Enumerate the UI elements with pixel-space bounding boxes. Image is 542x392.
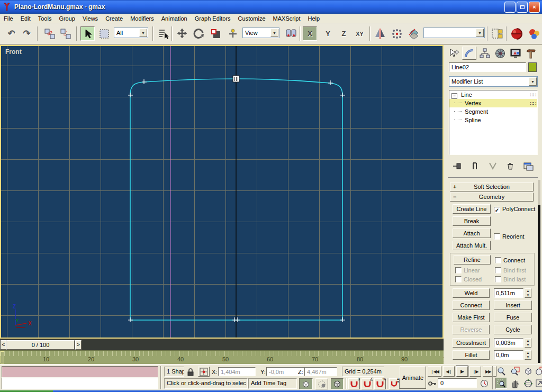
snap-25d-icon[interactable] (315, 378, 328, 389)
restrict-xy-plane-button[interactable]: XY (353, 26, 367, 41)
configure-modifier-sets-icon[interactable] (523, 161, 534, 171)
tab-display[interactable] (508, 47, 522, 60)
insert-button[interactable]: Insert (494, 300, 532, 310)
time-slider[interactable]: 0 / 100 (6, 340, 75, 350)
rollout-geometry[interactable]: −Geometry (450, 193, 534, 202)
named-selection-sets-dropdown[interactable]: ▼ (423, 28, 485, 38)
menu-maxscript[interactable]: MAXScript (269, 14, 304, 23)
show-end-result-icon[interactable] (471, 161, 480, 171)
tab-create[interactable] (447, 47, 461, 60)
select-and-rotate-icon[interactable] (192, 26, 206, 41)
zoom-icon[interactable] (495, 366, 507, 377)
break-button[interactable]: Break (453, 216, 491, 226)
track-bar[interactable]: 10 20 30 40 50 60 70 80 90 100 (0, 350, 444, 364)
weld-spinner[interactable]: ▲▼ (525, 288, 531, 298)
menu-views[interactable]: Views (79, 14, 102, 23)
selection-lock-icon[interactable] (187, 368, 194, 376)
object-name-field[interactable]: Line02 (449, 62, 526, 72)
region-zoom-icon[interactable] (495, 378, 507, 389)
menu-file[interactable]: File (0, 14, 17, 23)
add-time-tag[interactable]: Add Time Tag (248, 378, 297, 389)
select-and-link-icon[interactable] (42, 26, 57, 41)
restrict-x-button[interactable]: X (303, 26, 317, 41)
viewport-label[interactable]: Front (5, 48, 22, 56)
restrict-y-button[interactable]: Y (321, 26, 335, 41)
restore-button[interactable] (517, 2, 528, 13)
stack-item-vertex[interactable]: Vertex ∷∷ (449, 99, 537, 107)
play-icon[interactable]: ▶ (456, 366, 468, 377)
fillet-button[interactable]: Fillet (453, 350, 490, 360)
fuse-button[interactable]: Fuse (494, 313, 532, 322)
menu-customize[interactable]: Customize (234, 14, 269, 23)
chevron-down-icon[interactable]: ▼ (139, 29, 147, 37)
fillet-spinner[interactable]: ▲▼ (525, 350, 531, 360)
snaps-toggle-icon[interactable]: 3 (348, 378, 360, 389)
maxscript-listener-pink[interactable] (2, 366, 158, 378)
rollout-soft-selection[interactable]: +Soft Selection (450, 183, 534, 192)
z-coordinate-field[interactable]: 4,467m (304, 367, 337, 376)
crossinsert-field[interactable]: 0,003m (494, 338, 523, 348)
mirror-icon[interactable] (373, 26, 387, 41)
weld-button[interactable]: Weld (453, 288, 490, 298)
minimize-button[interactable]: _ (504, 2, 516, 13)
select-and-manipulate-icon[interactable] (225, 26, 240, 41)
tab-modify[interactable] (462, 47, 476, 60)
use-pivot-point-center-icon[interactable] (284, 26, 298, 41)
select-and-move-icon[interactable] (175, 26, 189, 41)
reorient-checkbox[interactable]: Reorient (494, 233, 525, 240)
x-coordinate-field[interactable]: 1,404m (218, 367, 256, 376)
remove-modifier-icon[interactable] (505, 161, 515, 171)
connect-button[interactable]: Connect (453, 300, 490, 310)
cycle-button[interactable]: Cycle (494, 325, 532, 334)
menu-tools[interactable]: Tools (34, 14, 56, 23)
selection-filter-dropdown[interactable]: All ▼ (114, 28, 148, 38)
vertex-markers[interactable] (128, 79, 345, 322)
spinner-snap-icon[interactable]: ▲▼ (389, 378, 400, 389)
create-line-button[interactable]: Create Line (453, 204, 491, 214)
undo-icon[interactable]: ↶ (4, 26, 19, 41)
min-max-toggle-icon[interactable] (535, 378, 542, 389)
crossinsert-button[interactable]: CrossInsert (453, 338, 490, 348)
object-color-swatch[interactable] (528, 62, 537, 72)
select-object-icon[interactable] (80, 26, 95, 41)
arc-rotate-icon[interactable] (522, 378, 534, 389)
collapse-icon[interactable]: − (451, 93, 457, 99)
chevron-down-icon[interactable]: ▼ (270, 29, 278, 37)
tab-utilities[interactable] (523, 47, 538, 60)
select-and-scale-icon[interactable] (209, 26, 223, 41)
go-to-start-icon[interactable]: ❘◀◀ (428, 366, 441, 377)
refine-button[interactable]: Refine (454, 255, 491, 265)
select-by-name-icon[interactable] (156, 26, 170, 41)
menu-create[interactable]: Create (102, 14, 127, 23)
chevron-down-icon[interactable]: ▼ (529, 77, 537, 86)
restrict-z-button[interactable]: Z (337, 26, 351, 41)
menu-help[interactable]: Help (304, 14, 324, 23)
connect-checkbox[interactable]: Connect (495, 257, 525, 263)
zoom-all-icon[interactable] (509, 366, 521, 377)
angle-snap-icon[interactable]: ∠ (362, 378, 373, 389)
tab-motion[interactable] (493, 47, 507, 60)
reference-coordinate-system-dropdown[interactable]: View ▼ (242, 28, 279, 38)
snap-3d-icon[interactable] (331, 378, 344, 389)
menu-graph-editors[interactable]: Graph Editors (191, 14, 234, 23)
menu-modifiers[interactable]: Modifiers (127, 14, 158, 23)
snap-2d-icon[interactable] (299, 378, 313, 389)
fillet-field[interactable]: 0,0m (494, 350, 523, 360)
maxscript-listener-white[interactable] (2, 378, 158, 389)
panel-scrollbar[interactable] (538, 180, 540, 363)
pan-hand-icon[interactable] (509, 378, 521, 389)
align-icon[interactable] (406, 26, 421, 41)
percent-snap-icon[interactable]: % (374, 378, 386, 389)
close-button[interactable]: × (529, 2, 540, 13)
go-to-end-icon[interactable]: ▶▶❘ (483, 366, 496, 377)
set-key-icon[interactable] (428, 378, 437, 389)
modifier-list-dropdown[interactable]: Modifier List ▼ (449, 76, 538, 87)
menu-edit[interactable]: Edit (17, 14, 34, 23)
menu-animation[interactable]: Animation (158, 14, 191, 23)
rectangular-selection-region-icon[interactable] (97, 26, 111, 41)
next-frame-arrow[interactable]: > (75, 340, 82, 350)
attach-mult-button[interactable]: Attach Mult. (453, 241, 491, 250)
time-configuration-icon[interactable] (479, 378, 490, 389)
next-frame-icon[interactable]: ❘▶ (469, 366, 481, 377)
tab-hierarchy[interactable] (477, 47, 492, 60)
